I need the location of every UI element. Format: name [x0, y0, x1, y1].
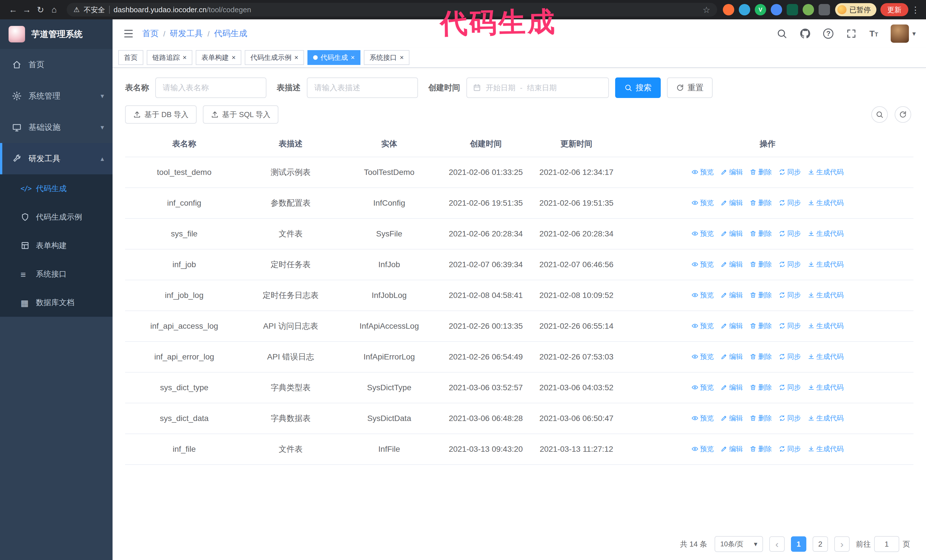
- preview-link[interactable]: 预览: [691, 414, 714, 423]
- close-tab-icon[interactable]: [183, 54, 187, 61]
- delete-link[interactable]: 删除: [750, 352, 772, 361]
- generate-code-link[interactable]: 生成代码: [808, 168, 844, 177]
- sidebar-logo[interactable]: 芋道管理系统: [0, 20, 112, 49]
- preview-link[interactable]: 预览: [691, 198, 714, 207]
- delete-link[interactable]: 删除: [750, 321, 772, 331]
- edit-link[interactable]: 编辑: [720, 229, 743, 238]
- chrome-update-button[interactable]: 更新: [881, 3, 908, 16]
- browser-home-icon[interactable]: [47, 3, 61, 17]
- page-size-select[interactable]: 10条/页: [714, 536, 763, 552]
- browser-reload-icon[interactable]: [33, 3, 47, 17]
- sync-link[interactable]: 同步: [779, 321, 801, 331]
- sync-link[interactable]: 同步: [779, 444, 801, 453]
- avatar[interactable]: [891, 24, 909, 43]
- sidebar-item-infrastructure[interactable]: 基础设施: [0, 112, 112, 143]
- sidebar-subitem-codegen[interactable]: 代码生成: [0, 174, 112, 203]
- toggle-search-button[interactable]: [871, 106, 888, 123]
- tab-home[interactable]: 首页: [118, 50, 143, 65]
- tab-system-api[interactable]: 系统接口: [364, 50, 409, 65]
- generate-code-link[interactable]: 生成代码: [808, 229, 844, 238]
- sync-link[interactable]: 同步: [779, 291, 801, 300]
- breadcrumb-home[interactable]: 首页: [142, 28, 159, 39]
- browser-menu-icon[interactable]: [911, 5, 920, 15]
- extension-icon-leaf[interactable]: [803, 4, 814, 15]
- refresh-table-button[interactable]: [895, 106, 911, 123]
- generate-code-link[interactable]: 生成代码: [808, 321, 844, 331]
- generate-code-link[interactable]: 生成代码: [808, 198, 844, 207]
- sync-link[interactable]: 同步: [779, 260, 801, 269]
- close-tab-icon[interactable]: [351, 54, 355, 61]
- generate-code-link[interactable]: 生成代码: [808, 291, 844, 300]
- github-icon[interactable]: [800, 28, 811, 39]
- preview-link[interactable]: 预览: [691, 444, 714, 453]
- sidebar-item-home[interactable]: 首页: [0, 49, 112, 80]
- search-button[interactable]: 搜索: [615, 77, 661, 98]
- sidebar-item-system-management[interactable]: 系统管理: [0, 80, 112, 112]
- edit-link[interactable]: 编辑: [720, 383, 743, 392]
- delete-link[interactable]: 删除: [750, 444, 772, 453]
- preview-link[interactable]: 预览: [691, 352, 714, 361]
- extension-icon-orange[interactable]: [723, 4, 734, 15]
- bookmark-star-icon[interactable]: [703, 5, 710, 15]
- extension-icon-green-v[interactable]: V: [755, 4, 766, 15]
- delete-link[interactable]: 删除: [750, 260, 772, 269]
- browser-forward-icon[interactable]: [20, 3, 33, 17]
- close-tab-icon[interactable]: [400, 54, 404, 61]
- address-bar[interactable]: 不安全 dashboard.yudao.iocoder.cn/tool/code…: [67, 3, 717, 17]
- sidebar-item-dev-tools[interactable]: 研发工具: [0, 143, 112, 174]
- preview-link[interactable]: 预览: [691, 260, 714, 269]
- delete-link[interactable]: 删除: [750, 198, 772, 207]
- help-icon[interactable]: [823, 29, 834, 39]
- next-page-button[interactable]: [834, 536, 850, 552]
- user-menu[interactable]: [891, 24, 916, 43]
- preview-link[interactable]: 预览: [691, 168, 714, 177]
- edit-link[interactable]: 编辑: [720, 260, 743, 269]
- table-name-input[interactable]: [155, 77, 266, 98]
- preview-link[interactable]: 预览: [691, 321, 714, 331]
- delete-link[interactable]: 删除: [750, 168, 772, 177]
- sync-link[interactable]: 同步: [779, 414, 801, 423]
- sidebar-subitem-form-builder[interactable]: 表单构建: [0, 231, 112, 260]
- edit-link[interactable]: 编辑: [720, 198, 743, 207]
- close-tab-icon[interactable]: [294, 54, 298, 61]
- tab-codegen[interactable]: 代码生成: [307, 50, 360, 65]
- preview-link[interactable]: 预览: [691, 383, 714, 392]
- font-size-icon[interactable]: [869, 29, 878, 38]
- delete-link[interactable]: 删除: [750, 383, 772, 392]
- generate-code-link[interactable]: 生成代码: [808, 352, 844, 361]
- edit-link[interactable]: 编辑: [720, 168, 743, 177]
- reset-button[interactable]: 重置: [667, 77, 713, 98]
- sidebar-subitem-db-docs[interactable]: 数据库文档: [0, 288, 112, 317]
- import-db-button[interactable]: 基于 DB 导入: [125, 106, 197, 124]
- edit-link[interactable]: 编辑: [720, 291, 743, 300]
- fullscreen-icon[interactable]: [846, 28, 857, 39]
- prev-page-button[interactable]: [769, 536, 785, 552]
- generate-code-link[interactable]: 生成代码: [808, 414, 844, 423]
- generate-code-link[interactable]: 生成代码: [808, 444, 844, 453]
- extension-icon-blue[interactable]: [739, 4, 750, 15]
- date-range-input[interactable]: 开始日期 - 结束日期: [466, 77, 609, 98]
- extension-icon-people[interactable]: [771, 4, 782, 15]
- sidebar-subitem-system-api[interactable]: 系统接口: [0, 260, 112, 288]
- preview-link[interactable]: 预览: [691, 291, 714, 300]
- sync-link[interactable]: 同步: [779, 352, 801, 361]
- extension-icon-dark-green[interactable]: [787, 4, 798, 15]
- browser-back-icon[interactable]: [6, 3, 20, 17]
- sync-link[interactable]: 同步: [779, 168, 801, 177]
- search-icon[interactable]: [776, 28, 787, 39]
- delete-link[interactable]: 删除: [750, 414, 772, 423]
- generate-code-link[interactable]: 生成代码: [808, 383, 844, 392]
- tab-codegen-example[interactable]: 代码生成示例: [245, 50, 304, 65]
- tab-trace[interactable]: 链路追踪: [147, 50, 192, 65]
- import-sql-button[interactable]: 基于 SQL 导入: [203, 106, 278, 124]
- edit-link[interactable]: 编辑: [720, 352, 743, 361]
- tab-form-builder[interactable]: 表单构建: [196, 50, 241, 65]
- edit-link[interactable]: 编辑: [720, 321, 743, 331]
- sidebar-collapse-icon[interactable]: [123, 28, 134, 39]
- sync-link[interactable]: 同步: [779, 383, 801, 392]
- generate-code-link[interactable]: 生成代码: [808, 260, 844, 269]
- page-button-2[interactable]: 2: [813, 536, 828, 552]
- delete-link[interactable]: 删除: [750, 229, 772, 238]
- sync-link[interactable]: 同步: [779, 198, 801, 207]
- edit-link[interactable]: 编辑: [720, 444, 743, 453]
